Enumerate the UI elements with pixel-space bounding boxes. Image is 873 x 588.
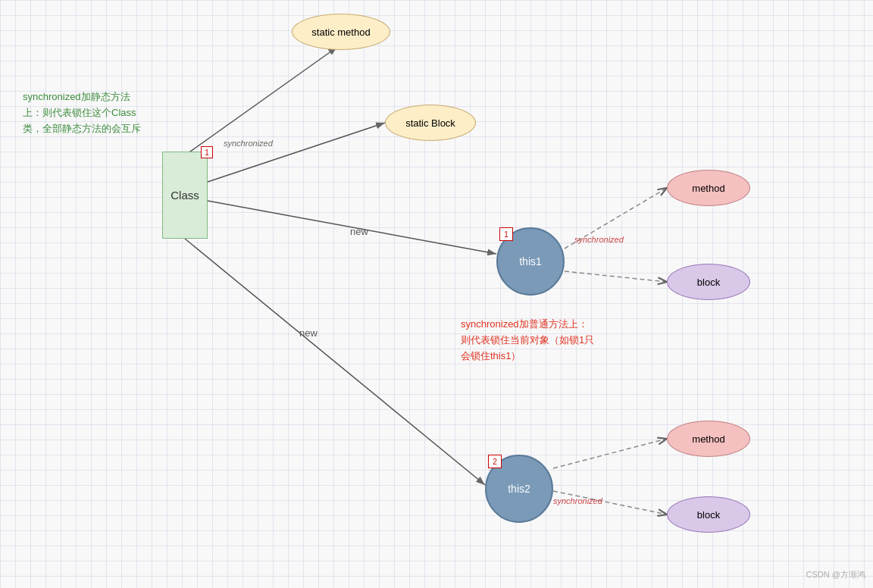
this1-badge: 1 <box>499 227 513 241</box>
svg-line-2 <box>208 123 385 182</box>
block-top-label: block <box>697 277 720 288</box>
this2-node: 2 this2 <box>485 455 553 523</box>
method-bottom-label: method <box>692 433 724 445</box>
annotation-bottom: synchronized加普通方法上： 则代表锁住当前对象（如锁1只 会锁住th… <box>461 317 594 364</box>
watermark: CSDN @方渐鸿 <box>806 569 865 580</box>
class-label: Class <box>163 152 207 238</box>
class-badge: 1 <box>201 146 213 158</box>
annotation-top: synchronized加静态方法 上：则代表锁住这个Class 类，全部静态方… <box>23 89 141 136</box>
svg-line-4 <box>185 239 485 485</box>
this2-badge: 2 <box>488 455 502 468</box>
static-method-label: static method <box>311 27 370 38</box>
block-bottom-label: block <box>697 509 720 521</box>
synchronized-this1-label: synchronized <box>574 235 624 244</box>
this1-label: this1 <box>519 255 542 267</box>
this1-node: 1 this1 <box>496 227 565 296</box>
method-top-node: method <box>667 170 750 206</box>
method-bottom-node: method <box>667 421 750 457</box>
synchronized-class-label: synchronized <box>224 139 273 148</box>
new1-label: new <box>350 226 368 237</box>
static-method-node: static method <box>292 14 390 50</box>
block-top-node: block <box>667 264 750 300</box>
this2-label: this2 <box>508 483 530 495</box>
synchronized-this2-label: synchronized <box>553 496 602 505</box>
static-block-node: static Block <box>385 105 476 141</box>
svg-line-6 <box>565 271 667 282</box>
block-bottom-node: block <box>667 496 750 533</box>
method-top-label: method <box>692 183 724 194</box>
diagram-container: static method static Block 1 Class metho… <box>0 0 873 588</box>
new2-label: new <box>299 327 318 339</box>
class-node: 1 Class <box>162 152 208 239</box>
arrows-svg <box>0 0 873 588</box>
static-block-label: static Block <box>405 117 455 129</box>
svg-line-7 <box>553 439 667 468</box>
